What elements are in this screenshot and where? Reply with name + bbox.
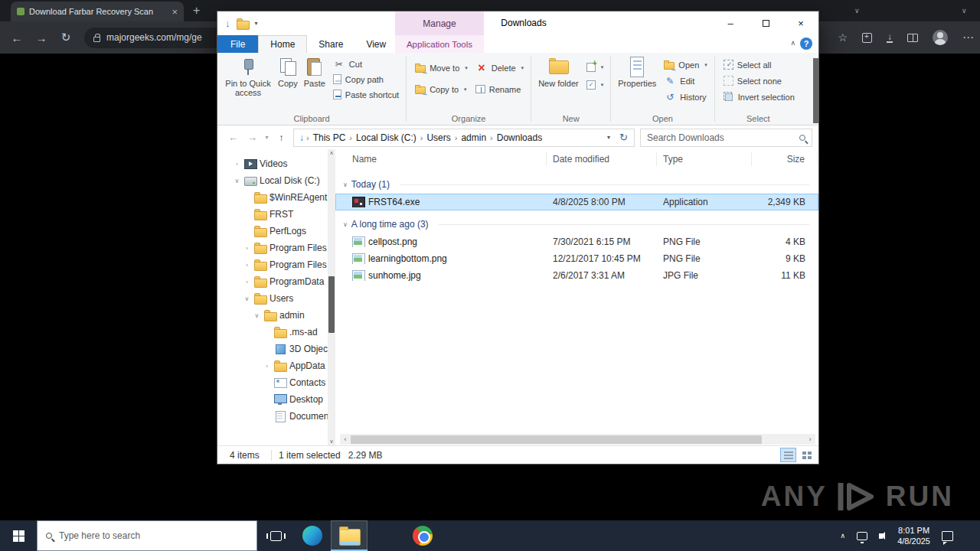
new-tab-button[interactable]: + (193, 4, 200, 18)
details-view-button[interactable] (780, 448, 796, 462)
task-view-button[interactable] (257, 520, 294, 551)
tree-item-program-files[interactable]: ›Program Files (217, 240, 335, 256)
breadcrumb-local-disk-c[interactable]: Local Disk (C:) (352, 132, 420, 143)
properties-button[interactable]: Properties (616, 55, 658, 103)
minimize-button[interactable]: – (713, 11, 748, 35)
collapse-ribbon-icon[interactable]: ∧ (790, 39, 795, 47)
tree-item-winreagent[interactable]: $WinREAgent (217, 189, 335, 206)
tree-item-perflogs[interactable]: PerfLogs (217, 223, 335, 240)
reading-list-icon[interactable] (907, 34, 918, 42)
action-center-icon[interactable] (942, 531, 953, 541)
tree-item-ms-ad[interactable]: .ms-ad (217, 324, 335, 341)
tab-share[interactable]: Share (307, 35, 354, 53)
scrollbar-thumb[interactable] (351, 435, 762, 444)
tree-item-videos[interactable]: ›Videos (217, 155, 335, 172)
copy-button[interactable]: Copy (276, 55, 300, 100)
chevron-down-icon[interactable]: ∨ (343, 221, 348, 228)
ribbon-scrollbar-thumb[interactable] (813, 58, 818, 123)
search-input[interactable]: Search Downloads (640, 129, 812, 147)
downloads-icon[interactable]: ↓ (887, 33, 893, 43)
scrollbar-thumb[interactable] (328, 276, 335, 333)
nav-back-icon[interactable]: ← (224, 132, 243, 143)
tree-item-documents[interactable]: Documents (217, 408, 335, 425)
scroll-left-icon[interactable]: ‹ (340, 435, 351, 443)
tab-view[interactable]: View (354, 35, 397, 53)
chevron-right-icon[interactable]: › (243, 245, 251, 252)
pin-to-quick-access-button[interactable]: Pin to Quick access (222, 55, 274, 100)
horizontal-scrollbar[interactable]: ‹ › (340, 434, 815, 445)
column-name[interactable]: Name (335, 152, 547, 166)
paste-shortcut-button[interactable]: Paste shortcut (333, 89, 399, 100)
up-one-level-icon[interactable]: ↑ (272, 132, 291, 143)
tree-item-frst[interactable]: FRST (217, 206, 335, 223)
volume-icon[interactable] (879, 533, 883, 539)
chevron-down-icon[interactable]: ∨ (243, 295, 251, 302)
select-all-button[interactable]: Select all (724, 59, 795, 70)
tree-item-admin[interactable]: ∨admin (217, 307, 335, 324)
group-header-a-long-time-ago-3[interactable]: ∨A long time ago (3) (335, 215, 818, 233)
column-type[interactable]: Type (657, 152, 752, 166)
maximize-button[interactable] (748, 11, 783, 35)
cut-button[interactable]: ✂Cut (333, 58, 399, 70)
tree-item-users[interactable]: ∨Users (217, 290, 335, 307)
tab-home[interactable]: Home (258, 35, 307, 53)
collections-icon[interactable] (862, 33, 872, 43)
delete-button[interactable]: Delete (475, 62, 524, 73)
nav-forward-icon[interactable]: → (243, 132, 262, 143)
open-button[interactable]: Open (664, 59, 707, 70)
chevron-right-icon[interactable]: › (243, 262, 251, 269)
chevron-down-icon[interactable]: ∨ (343, 181, 348, 188)
chevron-right-icon[interactable]: › (263, 363, 271, 370)
file-row-cellpost-png[interactable]: cellpost.png7/30/2021 6:15 PMPNG File4 K… (335, 233, 818, 250)
tree-item-contacts[interactable]: Contacts (217, 374, 335, 391)
browser-back-icon[interactable]: ← (5, 31, 29, 44)
tree-item-desktop[interactable]: Desktop (217, 391, 335, 408)
group-header-today-1[interactable]: ∨Today (1) (335, 175, 818, 194)
tab-close-icon[interactable]: × (172, 6, 178, 18)
breadcrumb-users[interactable]: Users (423, 132, 454, 143)
tray-chevron-icon[interactable]: ∧ (841, 532, 846, 540)
browser-forward-icon[interactable]: → (29, 31, 54, 44)
edge-taskbar-button[interactable] (294, 520, 331, 551)
tree-item-3d-objects[interactable]: 3D Objects (217, 341, 335, 357)
taskbar-clock[interactable]: 8:01 PM 4/8/2025 (897, 525, 930, 546)
column-size[interactable]: Size (752, 152, 818, 166)
refresh-icon[interactable]: ↻ (616, 132, 631, 143)
tree-item-appdata[interactable]: ›AppData (217, 357, 335, 374)
chevron-down-icon[interactable]: ∨ (962, 7, 967, 15)
new-item-button[interactable] (586, 61, 604, 73)
file-row-frst64-exe[interactable]: FRST64.exe4/8/2025 8:00 PMApplication2,3… (335, 194, 818, 210)
qat-customize-icon[interactable]: ▾ (255, 20, 258, 27)
rename-button[interactable]: Rename (475, 83, 524, 95)
breadcrumb-downloads[interactable]: Downloads (493, 132, 546, 143)
search-icon[interactable] (799, 135, 805, 141)
address-dropdown-icon[interactable]: ▾ (603, 134, 614, 141)
copy-path-button[interactable]: Copy path (333, 73, 399, 85)
breadcrumb-this-pc[interactable]: This PC (309, 132, 350, 143)
recent-locations-icon[interactable]: ▾ (262, 134, 272, 141)
edit-button[interactable]: ✎Edit (664, 75, 707, 86)
favorites-star-icon[interactable]: ☆ (838, 31, 848, 44)
scroll-up-icon[interactable]: ∧ (328, 150, 335, 156)
chevron-right-icon[interactable]: › (243, 279, 251, 285)
browser-tab[interactable]: Download Farbar Recovery Scan × (11, 2, 184, 21)
large-icons-view-button[interactable] (799, 448, 815, 462)
new-folder-button[interactable]: New folder (536, 55, 581, 90)
help-button[interactable]: ? (800, 37, 812, 50)
chrome-taskbar-button[interactable] (404, 520, 441, 551)
file-row-learningbottom-png[interactable]: learningbottom.png12/21/2017 10:45 PMPNG… (335, 250, 818, 267)
profile-avatar[interactable] (933, 30, 948, 45)
move-to-button[interactable]: Move to (415, 62, 468, 73)
history-button[interactable]: ↺History (664, 91, 707, 103)
breadcrumb-admin[interactable]: admin (457, 132, 490, 143)
chevron-down-icon[interactable]: ∨ (233, 178, 241, 184)
scroll-down-icon[interactable]: ∨ (328, 439, 335, 445)
file-explorer-taskbar-button[interactable] (331, 520, 368, 551)
network-icon[interactable] (857, 532, 867, 540)
tree-item-programdata[interactable]: ›ProgramData (217, 273, 335, 290)
invert-selection-button[interactable]: Invert selection (724, 91, 795, 103)
tab-file[interactable]: File (217, 35, 258, 53)
close-button[interactable]: × (783, 11, 818, 35)
copy-to-button[interactable]: Copy to (415, 83, 468, 95)
chevron-down-icon[interactable]: ∨ (854, 7, 860, 15)
